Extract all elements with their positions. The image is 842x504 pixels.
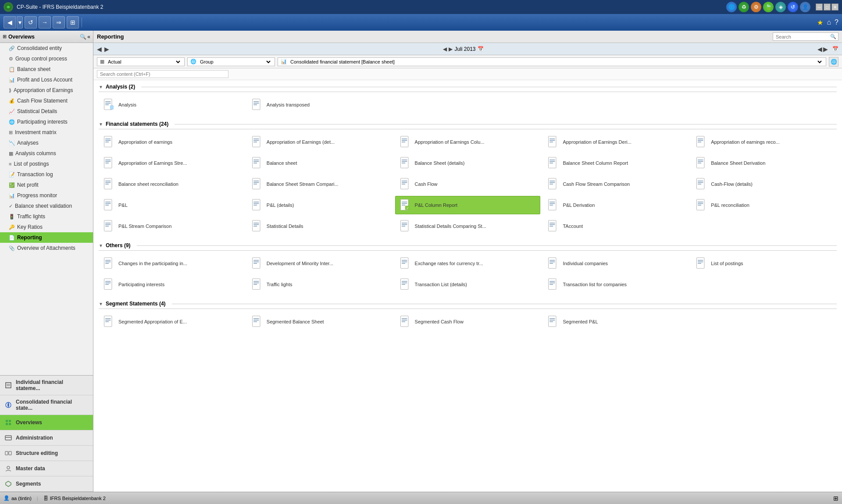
report-item-appropriation-earnings-det[interactable]: Appropriation of Earnings (det... xyxy=(247,133,392,151)
report-item-balance-sheet-column[interactable]: Balance Sheet Column Report xyxy=(543,154,689,172)
nav-administration[interactable]: Administration xyxy=(0,430,93,446)
icon-btn-2[interactable]: ♻ xyxy=(739,2,749,12)
month-prev-icon[interactable]: ◀ xyxy=(443,46,447,52)
sidebar-item-cash-flow[interactable]: 💰 Cash Flow Statement xyxy=(0,96,93,106)
nav-master-data[interactable]: Master data xyxy=(0,461,93,476)
report-item-cash-flow-stream-comp[interactable]: Cash Flow Stream Comparison xyxy=(543,175,689,193)
status-expand-btn[interactable]: ⊞ xyxy=(833,495,838,502)
report-item-statistical-details-comparing[interactable]: Statistical Details Comparing St... xyxy=(395,217,541,235)
report-item-balance-sheet-details[interactable]: Balance Sheet (details) xyxy=(395,154,541,172)
report-item-taccount[interactable]: TAccount xyxy=(543,217,689,235)
report-item-balance-sheet-derivation[interactable]: Balance Sheet Derivation xyxy=(691,154,837,172)
star-icon[interactable]: ★ xyxy=(817,18,823,27)
calendar2-icon[interactable]: 📅 xyxy=(832,46,838,52)
report-item-appropriation-earnings-deri[interactable]: Appropriation of Earnings Deri... xyxy=(543,133,689,151)
report-item-cash-flow[interactable]: Cash Flow xyxy=(395,175,541,193)
sidebar-item-net-profit[interactable]: 💹 Net profit xyxy=(0,180,93,190)
sidebar-item-appropriation[interactable]: ⟫ Appropriation of Earnings xyxy=(0,85,93,96)
sidebar-item-key-ratios[interactable]: 🔑 Key Ratios xyxy=(0,222,93,232)
sidebar-item-investment-matrix[interactable]: ⊞ Investment matrix xyxy=(0,127,93,138)
nav-segments[interactable]: Segments xyxy=(0,476,93,492)
page-next-icon[interactable]: ▶ xyxy=(823,46,828,53)
sidebar-item-reporting[interactable]: 📄 Reporting xyxy=(0,232,93,243)
search-content-input[interactable] xyxy=(97,70,228,78)
filter-globe-btn[interactable]: 🌐 xyxy=(829,57,838,67)
sidebar-item-list-postings[interactable]: ≡ List of postings xyxy=(0,159,93,169)
report-item-appropriation-earnings[interactable]: Appropriation of earnings xyxy=(99,133,244,151)
report-item-pl-details[interactable]: P&L (details) xyxy=(247,196,392,214)
filter-report-select[interactable]: Consolidated financial statement [Balanc… xyxy=(289,59,823,65)
sidebar-item-balance-sheet[interactable]: 📋 Balance sheet xyxy=(0,64,93,75)
back-btn[interactable]: ◀ xyxy=(4,16,16,28)
report-item-participating-interests[interactable]: Participating interests xyxy=(99,275,244,294)
nav-prev-icon[interactable]: ◀ xyxy=(97,46,102,53)
icon-btn-5[interactable]: ◈ xyxy=(775,2,786,12)
report-item-list-of-postings[interactable]: List of postings xyxy=(691,254,837,273)
report-item-exchange-rates[interactable]: Exchange rates for currency tr... xyxy=(395,254,541,273)
report-item-transaction-list-companies[interactable]: Transaction list for companies xyxy=(543,275,689,294)
report-item-appropriation-earnings-reco[interactable]: Appropriation of earnings reco... xyxy=(691,133,837,151)
report-item-changes-participating[interactable]: Changes in the participating in... xyxy=(99,254,244,273)
report-item-appropriation-earnings-colu[interactable]: Appropriation of Earnings Colu... xyxy=(395,133,541,151)
grid-btn[interactable]: ⊞ xyxy=(67,16,79,28)
close-btn[interactable]: ✕ xyxy=(831,4,838,11)
report-item-pl-derivation[interactable]: P&L Derivation xyxy=(543,196,689,214)
analysis-collapse-icon[interactable]: ▼ xyxy=(99,85,103,89)
sidebar-item-progress-monitor[interactable]: 📊 Progress monitor xyxy=(0,190,93,201)
search-input[interactable] xyxy=(776,34,828,39)
search-box[interactable]: 🔍 xyxy=(773,32,838,41)
sidebar-item-profit-loss[interactable]: 📊 Profit and Loss Account xyxy=(0,75,93,85)
icon-btn-6[interactable]: ↺ xyxy=(788,2,798,12)
sidebar-item-traffic-lights[interactable]: 🚦 Traffic lights xyxy=(0,211,93,222)
report-item-transaction-list-details[interactable]: Transaction List (details) xyxy=(395,275,541,294)
report-item-pl-stream-comparison[interactable]: P&L Stream Comparison xyxy=(99,217,244,235)
sidebar-item-analysis-columns[interactable]: ▦ Analysis columns xyxy=(0,148,93,159)
sidebar-item-consolidated-entity[interactable]: 🔗 Consolidated entity xyxy=(0,43,93,53)
icon-btn-1[interactable]: 🌐 xyxy=(726,2,737,12)
segment-collapse-icon[interactable]: ▼ xyxy=(99,302,103,306)
report-item-cash-flow-details[interactable]: Cash-Flow (details) xyxy=(691,175,837,193)
report-item-pl-reconciliation[interactable]: P&L reconciliation xyxy=(691,196,837,214)
sidebar-item-analyses[interactable]: 📉 Analyses xyxy=(0,138,93,148)
report-item-segmented-appropriation[interactable]: Segmented Appropriation of E... xyxy=(99,312,244,331)
icon-btn-3[interactable]: ⚙ xyxy=(751,2,761,12)
sidebar-collapse-icon[interactable]: « xyxy=(87,34,90,40)
sidebar-item-balance-sheet-validation[interactable]: ✓ Balance sheet validation xyxy=(0,201,93,211)
report-item-pl-column-report[interactable]: ✓ P&L Column Report xyxy=(395,196,541,214)
forward2-btn[interactable]: ⇒ xyxy=(53,16,65,28)
report-item-segmented-balance-sheet[interactable]: Segmented Balance Sheet xyxy=(247,312,392,331)
sidebar-item-participating-interests[interactable]: 🌐 Participating interests xyxy=(0,117,93,127)
sidebar-item-group-control-process[interactable]: ⚙ Group control process xyxy=(0,53,93,64)
home-icon[interactable]: ⌂ xyxy=(827,18,831,26)
filter-group-select[interactable]: Group xyxy=(198,59,272,65)
nav-next-icon[interactable]: ▶ xyxy=(104,46,109,53)
nav-structure-editing[interactable]: Structure editing xyxy=(0,446,93,461)
page-prev-icon[interactable]: ◀ xyxy=(817,46,822,53)
nav-individual-financial[interactable]: Individual financial stateme... xyxy=(0,376,93,395)
report-item-traffic-lights[interactable]: Traffic lights xyxy=(247,275,392,294)
maximize-btn[interactable]: □ xyxy=(824,4,831,11)
report-item-balance-sheet[interactable]: Balance sheet xyxy=(247,154,392,172)
sidebar-item-transaction-log[interactable]: 📝 Transaction log xyxy=(0,169,93,180)
report-item-analysis[interactable]: Analysis xyxy=(99,96,244,114)
financial-collapse-icon[interactable]: ▼ xyxy=(99,122,103,127)
report-item-pl[interactable]: P&L xyxy=(99,196,244,214)
report-item-analysis-transposed[interactable]: Analysis transposed xyxy=(247,96,392,114)
report-item-statistical-details[interactable]: Statistical Details xyxy=(247,217,392,235)
help-icon[interactable]: ? xyxy=(835,18,838,26)
report-item-balance-sheet-reconciliation[interactable]: Balance sheet reconciliation xyxy=(99,175,244,193)
forward-btn[interactable]: → xyxy=(39,16,51,28)
sidebar-item-statistical-details[interactable]: 📈 Statistical Details xyxy=(0,106,93,117)
refresh-btn[interactable]: ↺ xyxy=(25,16,37,28)
filter-actual-select[interactable]: Actual xyxy=(106,59,182,65)
window-controls[interactable]: ─ □ ✕ xyxy=(816,4,838,11)
icon-btn-7[interactable]: 👤 xyxy=(800,2,810,12)
calendar-icon[interactable]: 📅 xyxy=(478,46,484,52)
nav-consolidated-financial[interactable]: Consolidated financial state... xyxy=(0,395,93,415)
back-dropdown[interactable]: ▾ xyxy=(17,16,23,28)
report-item-segmented-cash-flow[interactable]: Segmented Cash Flow xyxy=(395,312,541,331)
icon-btn-4[interactable]: 🍃 xyxy=(763,2,774,12)
month-next-icon[interactable]: ▶ xyxy=(449,46,453,52)
report-item-balance-sheet-stream-comp[interactable]: Balance Sheet Stream Compari... xyxy=(247,175,392,193)
minimize-btn[interactable]: ─ xyxy=(816,4,823,11)
